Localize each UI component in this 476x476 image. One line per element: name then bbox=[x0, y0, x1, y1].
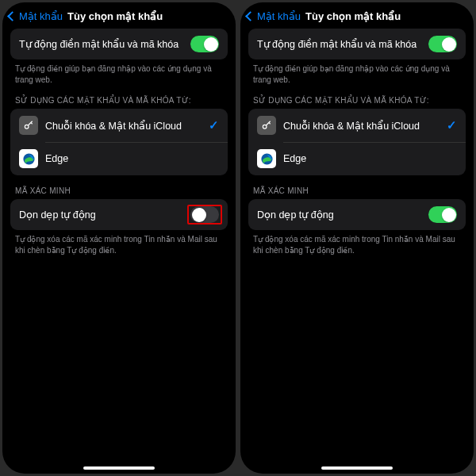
keychain-icon bbox=[257, 116, 276, 135]
page-title: Tùy chọn mật khẩu bbox=[67, 10, 163, 22]
nav-header: Mật khẩu Tùy chọn mật khẩu bbox=[240, 7, 474, 29]
home-indicator[interactable] bbox=[83, 466, 155, 470]
chevron-left-icon bbox=[245, 11, 255, 21]
cleanup-toggle-off[interactable] bbox=[190, 206, 219, 223]
phone-left: Mật khẩu Tùy chọn mật khẩu Tự động điền … bbox=[2, 2, 236, 474]
autofill-cell: Tự động điền mật khẩu và mã khóa bbox=[248, 29, 466, 60]
source-keychain[interactable]: Chuỗi khóa & Mật khẩu iCloud ✓ bbox=[10, 109, 228, 142]
chevron-left-icon bbox=[7, 11, 17, 21]
home-indicator[interactable] bbox=[321, 466, 393, 470]
keychain-label: Chuỗi khóa & Mật khẩu iCloud bbox=[45, 120, 202, 132]
edge-label: Edge bbox=[45, 153, 219, 164]
autofill-label: Tự động điền mật khẩu và mã khóa bbox=[257, 38, 428, 50]
edge-icon bbox=[257, 149, 276, 168]
highlight-box bbox=[187, 205, 222, 225]
autofill-cell: Tự động điền mật khẩu và mã khóa bbox=[10, 29, 228, 60]
checkmark-icon: ✓ bbox=[209, 118, 219, 132]
back-button[interactable]: Mật khẩu bbox=[9, 10, 63, 22]
sources-group: Chuỗi khóa & Mật khẩu iCloud ✓ Edge bbox=[248, 109, 466, 175]
sources-group: Chuỗi khóa & Mật khẩu iCloud ✓ Edge bbox=[10, 109, 228, 175]
edge-icon bbox=[19, 149, 38, 168]
verify-header: MÃ XÁC MINH bbox=[2, 175, 236, 199]
sources-header: SỬ DỤNG CÁC MẬT KHẨU VÀ MÃ KHÓA TỪ: bbox=[240, 85, 474, 109]
svg-point-0 bbox=[25, 125, 29, 129]
keychain-label: Chuỗi khóa & Mật khẩu iCloud bbox=[283, 120, 440, 132]
verify-header: MÃ XÁC MINH bbox=[240, 175, 474, 199]
phone-right: Mật khẩu Tùy chọn mật khẩu Tự động điền … bbox=[240, 2, 474, 474]
autofill-toggle[interactable] bbox=[428, 36, 457, 52]
cleanup-cell: Dọn dẹp tự động bbox=[248, 199, 466, 230]
autofill-footer: Tự động điền giúp bạn đăng nhập vào các … bbox=[2, 60, 236, 85]
autofill-footer: Tự động điền giúp bạn đăng nhập vào các … bbox=[240, 60, 474, 85]
page-title: Tùy chọn mật khẩu bbox=[305, 10, 401, 22]
source-keychain[interactable]: Chuỗi khóa & Mật khẩu iCloud ✓ bbox=[248, 109, 466, 142]
svg-point-2 bbox=[263, 125, 267, 129]
autofill-toggle[interactable] bbox=[190, 36, 219, 52]
cleanup-label: Dọn dẹp tự động bbox=[19, 209, 187, 221]
keychain-icon bbox=[19, 116, 38, 135]
verify-footer: Tự động xóa các mã xác minh trong Tin nh… bbox=[2, 230, 236, 255]
edge-label: Edge bbox=[283, 153, 457, 164]
source-edge[interactable]: Edge bbox=[248, 142, 466, 175]
cleanup-label: Dọn dẹp tự động bbox=[257, 209, 428, 221]
checkmark-icon: ✓ bbox=[447, 118, 457, 132]
sources-header: SỬ DỤNG CÁC MẬT KHẨU VÀ MÃ KHÓA TỪ: bbox=[2, 85, 236, 109]
cleanup-toggle-on[interactable] bbox=[428, 206, 457, 223]
source-edge[interactable]: Edge bbox=[10, 142, 228, 175]
autofill-label: Tự động điền mật khẩu và mã khóa bbox=[19, 38, 190, 50]
back-label: Mật khẩu bbox=[19, 10, 63, 22]
nav-header: Mật khẩu Tùy chọn mật khẩu bbox=[2, 7, 236, 29]
cleanup-cell: Dọn dẹp tự động bbox=[10, 199, 228, 230]
back-label: Mật khẩu bbox=[257, 10, 301, 22]
verify-footer: Tự động xóa các mã xác minh trong Tin nh… bbox=[240, 230, 474, 255]
back-button[interactable]: Mật khẩu bbox=[247, 10, 301, 22]
